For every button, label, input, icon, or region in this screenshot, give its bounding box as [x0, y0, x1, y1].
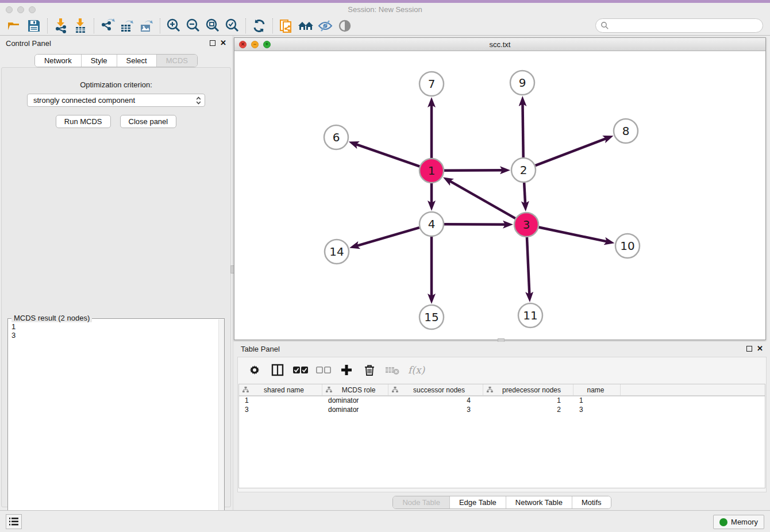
- column-label: successor nodes: [401, 386, 483, 394]
- toolbar-separator: [47, 18, 48, 33]
- column-header-predecessor-nodes[interactable]: predecessor nodes: [483, 384, 573, 395]
- node-label-1: 1: [428, 164, 436, 178]
- tab-node-table[interactable]: Node Table: [393, 496, 450, 508]
- cell-1-0[interactable]: 3: [239, 406, 322, 415]
- show-panels-icon[interactable]: [335, 17, 355, 34]
- float-panel-icon[interactable]: [210, 40, 215, 46]
- cell-1-2[interactable]: 3: [388, 406, 483, 415]
- clone-network-icon[interactable]: [276, 17, 296, 34]
- network-graph[interactable]: 7968124314101511: [234, 51, 765, 340]
- result-scrollbar[interactable]: [218, 319, 224, 531]
- table-row[interactable]: 1dominator411: [239, 396, 765, 406]
- zoom-out-icon[interactable]: [183, 17, 203, 34]
- edge-2-8[interactable]: [536, 137, 609, 165]
- close-panel-icon[interactable]: ✕: [220, 40, 226, 46]
- search-input[interactable]: [595, 18, 763, 33]
- export-network-icon[interactable]: [98, 17, 117, 34]
- table-settings-icon[interactable]: [247, 362, 262, 378]
- mcds-result-text[interactable]: 1 3: [8, 320, 218, 531]
- cell-0-0[interactable]: 1: [239, 396, 322, 406]
- edge-4-14[interactable]: [355, 228, 419, 246]
- cell-0-2[interactable]: 4: [388, 396, 483, 406]
- open-session-icon[interactable]: [5, 17, 24, 34]
- table-panel: Table Panel ✕: [234, 342, 770, 510]
- tab-edge-table[interactable]: Edge Table: [450, 496, 506, 508]
- export-table-icon[interactable]: [117, 17, 137, 34]
- memory-button[interactable]: Memory: [713, 515, 764, 529]
- main-toolbar: [0, 16, 770, 36]
- node-label-8: 8: [622, 124, 630, 138]
- node-label-4: 4: [428, 217, 436, 231]
- import-table-icon[interactable]: [71, 17, 90, 34]
- window-title: Session: New Session: [0, 5, 770, 14]
- delete-column-icon[interactable]: [362, 362, 377, 378]
- network-overview-icon[interactable]: [296, 17, 315, 34]
- control-panel-tabs: NetworkStyleSelectMCDS: [34, 54, 198, 67]
- column-header-shared-name[interactable]: shared name: [239, 384, 322, 395]
- edge-3-10[interactable]: [539, 228, 610, 242]
- column-header-MCDS-role[interactable]: MCDS role: [322, 384, 388, 395]
- table-row[interactable]: 3dominator323: [239, 406, 765, 415]
- column-label: name: [577, 386, 620, 394]
- table-body: 1dominator4113dominator323: [239, 396, 765, 415]
- hierarchy-icon: [242, 387, 249, 393]
- table-toolbar: f(x): [238, 357, 766, 383]
- network-window-title: scc.txt: [234, 40, 765, 49]
- edge-2-3[interactable]: [524, 183, 525, 206]
- task-history-button[interactable]: [6, 514, 22, 529]
- cell-0-3[interactable]: 1: [483, 396, 573, 406]
- tab-motifs[interactable]: Motifs: [572, 496, 611, 508]
- zoom-in-icon[interactable]: [164, 17, 183, 34]
- node-label-14: 14: [329, 245, 344, 259]
- hide-panels-icon[interactable]: [315, 17, 335, 34]
- network-window-titlebar[interactable]: ✕ − + scc.txt: [234, 38, 765, 51]
- criterion-select[interactable]: strongly connected component: [27, 94, 205, 107]
- node-label-2: 2: [520, 163, 528, 177]
- cell-1-1[interactable]: dominator: [322, 406, 388, 415]
- edge-1-6[interactable]: [353, 144, 419, 167]
- column-header-name[interactable]: name: [573, 384, 621, 395]
- titlebar: Session: New Session: [0, 3, 770, 16]
- cell-0-4[interactable]: 1: [573, 396, 621, 406]
- column-pane-icon[interactable]: [270, 362, 285, 378]
- network-view-window: ✕ − + scc.txt 7968124314101511: [234, 37, 766, 340]
- tab-style[interactable]: Style: [82, 55, 117, 67]
- status-bar: Memory: [0, 510, 770, 532]
- node-label-10: 10: [620, 239, 634, 253]
- refresh-layout-icon[interactable]: [249, 17, 269, 34]
- float-table-panel-icon[interactable]: [746, 346, 752, 352]
- edge-3-11[interactable]: [527, 237, 530, 297]
- network-canvas[interactable]: 7968124314101511: [234, 51, 765, 340]
- close-panel-button[interactable]: Close panel: [120, 115, 177, 128]
- zoom-selected-icon[interactable]: [222, 17, 242, 34]
- mcds-result-box: MCDS result (2 nodes) 1 3: [7, 318, 225, 532]
- column-header-successor-nodes[interactable]: successor nodes: [388, 384, 483, 395]
- toolbar-separator: [160, 18, 160, 33]
- edge-3-1[interactable]: [448, 180, 515, 218]
- cell-1-3[interactable]: 2: [483, 406, 573, 415]
- tab-network[interactable]: Network: [35, 55, 82, 67]
- edge-4-3[interactable]: [444, 224, 508, 225]
- select-all-icon[interactable]: [293, 362, 308, 378]
- delete-table-icon[interactable]: [385, 362, 400, 378]
- save-session-icon[interactable]: [24, 17, 44, 34]
- mcds-tab-content: Optimization criterion: strongly connect…: [1, 67, 231, 507]
- function-builder-icon[interactable]: f(x): [408, 362, 425, 378]
- control-panel: Control Panel ✕ NetworkStyleSelectMCDS O…: [0, 36, 232, 510]
- cell-1-4[interactable]: 3: [573, 406, 621, 415]
- close-table-panel-icon[interactable]: ✕: [757, 346, 763, 352]
- tab-network-table[interactable]: Network Table: [506, 496, 572, 508]
- import-network-icon[interactable]: [51, 17, 71, 34]
- add-column-icon[interactable]: [339, 362, 354, 378]
- export-image-icon[interactable]: [137, 17, 156, 34]
- tab-select[interactable]: Select: [117, 55, 157, 67]
- edge-2-9[interactable]: [522, 101, 523, 157]
- run-mcds-button[interactable]: Run MCDS: [56, 115, 111, 128]
- edge-1-2[interactable]: [444, 170, 505, 171]
- cell-0-1[interactable]: dominator: [322, 396, 388, 406]
- optimization-criterion-label: Optimization criterion:: [2, 80, 230, 89]
- zoom-fit-icon[interactable]: [203, 17, 222, 34]
- hierarchy-icon: [487, 387, 493, 393]
- deselect-all-icon[interactable]: [316, 362, 331, 378]
- tab-mcds[interactable]: MCDS: [157, 55, 197, 67]
